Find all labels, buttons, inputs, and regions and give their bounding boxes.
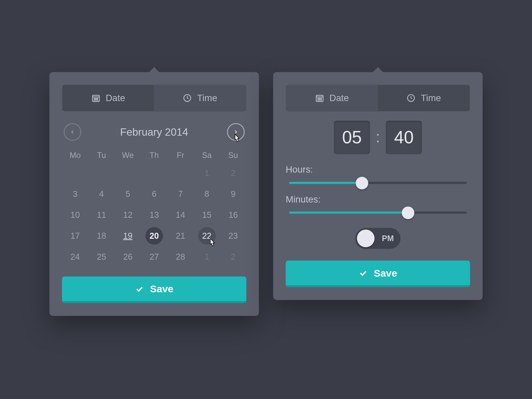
calendar-day[interactable]: 16 [220,207,246,223]
calendar-day [115,165,141,181]
minutes-slider-fill [289,211,408,213]
svg-point-3 [97,98,98,99]
calendar-day[interactable]: 17 [62,228,88,244]
weekday-header: Th [141,151,167,160]
calendar-day[interactable]: 9 [220,186,246,202]
time-display: 05 : 40 [286,121,470,154]
minutes-slider-label: Minutes: [286,194,470,205]
calendar-day[interactable]: 8 [194,186,220,202]
calendar-day [62,165,88,181]
time-picker-panel: Date Time 05 : 40 Hours: Minutes: [273,72,483,300]
svg-point-5 [96,99,96,100]
prev-month-button[interactable] [64,123,81,141]
calendar-day[interactable]: 22 [198,227,216,245]
check-icon [135,284,144,294]
tab-date[interactable]: Date [286,85,378,111]
save-button[interactable]: Save [62,277,246,304]
tab-date[interactable]: Date [63,85,154,111]
calendar-day [167,165,194,181]
hours-slider-thumb[interactable] [356,177,368,189]
calendar-day[interactable]: 11 [88,207,115,223]
svg-point-11 [321,98,322,99]
calendar-day[interactable]: 26 [115,249,141,265]
hours-value-box[interactable]: 05 [334,121,370,154]
calendar-day[interactable]: 1 [194,165,220,181]
calendar-day[interactable]: 18 [88,228,115,244]
calendar-icon [315,93,325,103]
calendar-day[interactable]: 19 [115,228,141,244]
date-time-tabs: Date Time [286,85,470,112]
calendar-day[interactable]: 3 [62,186,88,202]
minutes-value-box[interactable]: 40 [386,121,422,154]
hours-slider[interactable] [289,182,466,184]
svg-point-4 [94,99,95,100]
month-navigation: February 2014 [62,123,246,141]
tab-time-label: Time [421,92,441,103]
calendar-day[interactable]: 7 [167,186,194,202]
svg-point-10 [320,98,320,99]
calendar-day[interactable]: 23 [220,228,246,244]
check-icon [359,268,368,278]
date-picker-panel: Date Time February 2014 MoTuWeThFrSaSu12… [50,72,259,316]
weekday-header: Sa [194,151,220,160]
am-pm-toggle[interactable]: PM [355,228,400,249]
calendar-day [88,165,115,181]
svg-point-14 [321,99,322,100]
month-year-label: February 2014 [120,126,188,138]
svg-point-9 [318,98,319,99]
calendar-day[interactable]: 10 [62,207,88,223]
weekday-header: Su [220,151,246,160]
weekday-header: We [115,151,141,160]
next-month-button[interactable] [227,123,245,141]
calendar-day[interactable]: 13 [141,207,167,223]
calendar-day[interactable]: 6 [141,186,167,202]
weekday-header: Mo [62,151,88,160]
calendar-day[interactable]: 20 [145,227,163,245]
calendar-day[interactable]: 2 [220,165,246,181]
svg-point-6 [97,99,98,100]
calendar-day[interactable]: 15 [194,207,220,223]
svg-point-1 [94,98,95,99]
calendar-day[interactable]: 27 [141,249,167,265]
calendar-icon [91,93,101,103]
svg-point-13 [320,99,320,100]
calendar-day[interactable]: 5 [115,186,141,202]
clock-icon [183,93,192,103]
tab-time[interactable]: Time [154,85,246,111]
svg-point-12 [318,99,319,100]
tab-date-label: Date [106,92,125,103]
minutes-slider[interactable] [289,211,466,213]
calendar-day[interactable]: 25 [88,249,115,265]
calendar-day[interactable]: 28 [167,249,194,265]
calendar-day[interactable]: 4 [88,186,115,202]
time-separator: : [376,129,380,146]
save-button-label: Save [374,267,397,279]
date-time-tabs: Date Time [62,85,246,112]
toggle-knob [357,229,375,247]
period-label: PM [382,234,394,243]
calendar-day[interactable]: 2 [220,249,246,265]
tab-date-label: Date [330,92,349,103]
calendar-day[interactable]: 12 [115,207,141,223]
tab-time-label: Time [197,92,217,103]
calendar-day [141,165,167,181]
calendar-day[interactable]: 1 [194,249,220,265]
minutes-slider-thumb[interactable] [402,206,414,219]
save-button-label: Save [150,283,174,295]
tab-time[interactable]: Time [378,85,470,111]
hours-slider-label: Hours: [286,164,470,175]
calendar-day[interactable]: 14 [167,207,194,223]
weekday-header: Fr [167,151,194,160]
clock-icon [407,93,416,103]
hours-slider-fill [289,182,362,184]
calendar-grid: MoTuWeThFrSaSu12345678910111213141516171… [62,151,246,265]
save-button[interactable]: Save [286,261,470,288]
svg-point-2 [96,98,96,99]
calendar-day[interactable]: 21 [167,228,194,244]
weekday-header: Tu [88,151,115,160]
calendar-day[interactable]: 24 [62,249,88,265]
